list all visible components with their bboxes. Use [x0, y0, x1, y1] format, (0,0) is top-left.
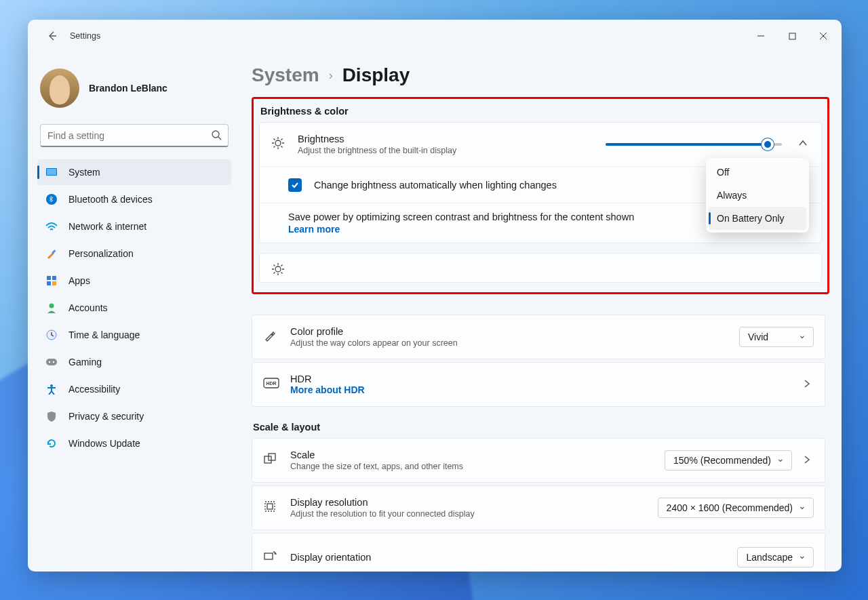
svg-point-10 [50, 304, 54, 308]
night-light-card-partial[interactable] [259, 253, 822, 283]
hdr-card[interactable]: HDR HDR More about HDR [252, 362, 825, 407]
avatar [40, 68, 79, 108]
orientation-icon [263, 551, 278, 564]
sidebar-item-label: Windows Update [68, 438, 140, 449]
back-button[interactable] [39, 22, 66, 49]
app-title: Settings [70, 31, 100, 41]
maximize-button[interactable] [776, 25, 808, 47]
sidebar-item-time-language[interactable]: Time & language [37, 322, 231, 348]
sidebar-item-label: Network & internet [68, 221, 146, 232]
brightness-sub: Adjust the brightness of the built-in di… [298, 146, 593, 155]
hdr-link[interactable]: More about HDR [290, 384, 788, 395]
color-profile-title: Color profile [290, 326, 727, 337]
svg-rect-23 [267, 504, 273, 509]
breadcrumb-parent[interactable]: System [252, 64, 319, 86]
chevron-up-icon[interactable] [795, 136, 810, 153]
svg-point-1 [212, 131, 219, 138]
svg-rect-3 [47, 169, 56, 175]
section-title-brightness: Brightness & color [260, 106, 822, 117]
accessibility-icon [45, 383, 58, 395]
sidebar-item-personalization[interactable]: Personalization [37, 241, 231, 266]
close-button[interactable] [808, 25, 839, 47]
svg-point-17 [275, 266, 281, 272]
bluetooth-icon [45, 193, 58, 205]
slider-fill [606, 143, 768, 146]
wifi-icon [45, 220, 58, 233]
sidebar-item-label: Bluetooth & devices [68, 194, 153, 205]
back-arrow-icon [47, 31, 58, 41]
dropdown-item-always[interactable]: Always [709, 184, 806, 207]
chevron-right-icon: › [329, 68, 333, 83]
svg-rect-0 [789, 33, 795, 39]
search-icon [211, 129, 222, 143]
titlebar: Settings [28, 20, 842, 52]
svg-rect-8 [47, 281, 51, 285]
sidebar-item-bluetooth[interactable]: Bluetooth & devices [37, 186, 231, 212]
sidebar-item-accounts[interactable]: Accounts [37, 295, 231, 321]
sidebar-item-label: System [68, 167, 100, 178]
scale-title: Scale [290, 449, 652, 460]
sidebar-item-accessibility[interactable]: Accessibility [37, 376, 231, 402]
dropdown-item-on-battery[interactable]: On Battery Only [709, 207, 806, 230]
clock-icon [45, 329, 58, 341]
content-adaptive-dropdown: Off Always On Battery Only [706, 158, 809, 233]
svg-point-14 [53, 361, 54, 363]
sidebar-item-label: Accessibility [68, 384, 120, 395]
system-icon [45, 166, 58, 178]
profile[interactable]: Brandon LeBlanc [37, 58, 231, 120]
color-profile-sub: Adjust the way colors appear on your scr… [290, 338, 727, 348]
sidebar-item-label: Personalization [68, 248, 134, 259]
orientation-title: Display orientation [290, 552, 725, 563]
color-profile-select[interactable]: Vivid [739, 327, 814, 347]
resolution-select[interactable]: 2400 × 1600 (Recommended) [658, 498, 814, 518]
breadcrumb-current: Display [342, 64, 410, 86]
sidebar-item-gaming[interactable]: Gaming [37, 349, 231, 375]
sidebar-item-update[interactable]: Windows Update [37, 431, 231, 456]
chevron-right-icon[interactable] [800, 452, 814, 469]
section-title-scale: Scale & layout [253, 422, 825, 433]
svg-rect-24 [264, 553, 273, 559]
resolution-title: Display resolution [290, 497, 646, 508]
main-content: System › Display Brightness & color Brig… [238, 52, 842, 572]
sidebar-item-label: Privacy & security [68, 411, 144, 422]
brightness-title: Brightness [298, 134, 593, 144]
breadcrumb: System › Display [252, 59, 825, 97]
sidebar-item-system[interactable]: System [37, 159, 231, 185]
svg-point-15 [50, 384, 53, 387]
svg-text:HDR: HDR [266, 381, 276, 386]
svg-rect-9 [52, 281, 56, 285]
search-input[interactable] [40, 124, 229, 147]
slider-thumb[interactable] [762, 138, 774, 151]
settings-window: Settings Brandon LeBlanc System [28, 20, 842, 572]
highlighted-region: Brightness & color Brightness Adjust the… [252, 97, 829, 294]
sidebar-item-privacy[interactable]: Privacy & security [37, 403, 231, 429]
svg-point-16 [275, 140, 281, 146]
sidebar-item-apps[interactable]: Apps [37, 268, 231, 294]
apps-icon [45, 275, 58, 287]
resolution-sub: Adjust the resolution to fit your connec… [290, 509, 646, 519]
minimize-button[interactable] [745, 25, 776, 47]
dropdown-item-off[interactable]: Off [709, 161, 806, 184]
night-light-icon [271, 262, 285, 279]
accounts-icon [45, 302, 58, 314]
chevron-right-icon[interactable] [800, 376, 814, 393]
scale-icon [263, 452, 278, 468]
svg-rect-22 [265, 502, 275, 511]
sidebar-item-label: Gaming [68, 357, 102, 367]
svg-rect-21 [269, 454, 275, 460]
shield-icon [45, 410, 58, 422]
search-wrap [40, 124, 229, 147]
hdr-icon: HDR [263, 378, 278, 391]
scale-select[interactable]: 150% (Recommended) [665, 450, 792, 471]
svg-rect-12 [46, 359, 57, 365]
brightness-slider[interactable] [606, 143, 782, 146]
orientation-select[interactable]: Landscape [737, 547, 814, 567]
scale-card: Scale Change the size of text, apps, and… [252, 438, 825, 483]
sidebar-item-network[interactable]: Network & internet [37, 214, 231, 239]
sidebar: Brandon LeBlanc System Bluetooth & devic… [28, 52, 238, 572]
eyedropper-icon [263, 329, 278, 345]
scale-sub: Change the size of text, apps, and other… [290, 462, 652, 471]
gaming-icon [45, 356, 58, 368]
sidebar-item-label: Time & language [68, 329, 140, 340]
auto-brightness-checkbox[interactable] [288, 178, 302, 192]
